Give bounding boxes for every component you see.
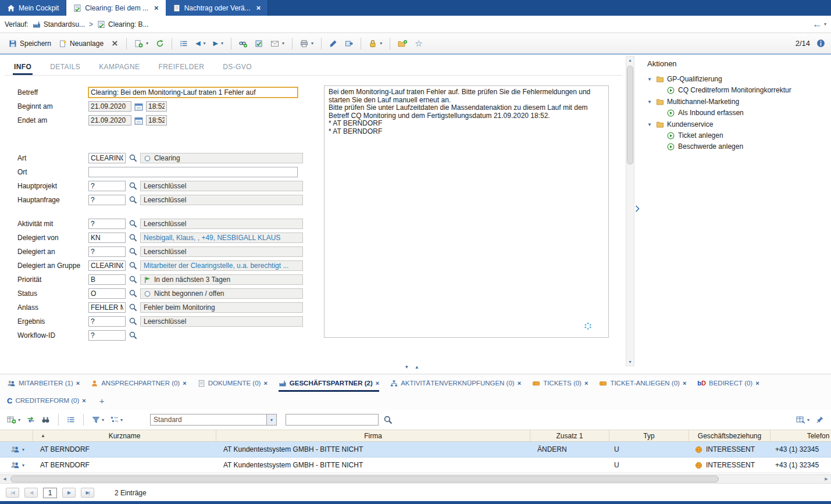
previous-record-button[interactable]: ◀ ▾ [192,38,208,49]
close-tab-icon[interactable]: × [183,380,186,387]
column-header-firma[interactable]: Firma [216,430,530,441]
action-item-cq-creditreform[interactable]: CQ Creditreform Monitoringkorrektur [667,86,831,94]
column-header-zusatz1[interactable]: Zusatz 1 [530,430,609,441]
start-time-input[interactable] [146,101,167,112]
aktivitaet-mit-code-input[interactable] [88,219,126,229]
grid-grouping-button[interactable]: ▾ [109,414,124,425]
magnifier-icon[interactable] [129,289,137,298]
permissions-button[interactable]: ▾ [366,38,385,49]
collapse-triangle-icon[interactable]: ▼ [647,99,653,105]
first-page-button[interactable]: |◀ [6,488,19,498]
list-view-button[interactable] [177,38,191,49]
prioritaet-code-input[interactable] [88,274,126,285]
start-date-input[interactable] [88,101,131,112]
print-button[interactable]: ▾ [297,38,316,49]
grid-search-button[interactable] [40,414,51,425]
next-page-button[interactable]: ▶ [62,488,76,498]
close-tab-icon[interactable]: × [154,3,159,12]
scroll-right-icon[interactable]: ▶ [822,475,831,483]
panel-expander[interactable] [635,204,640,213]
add-dossier-button[interactable] [395,38,410,49]
save-button[interactable]: Speichern [6,38,54,49]
calendar-icon[interactable] [134,102,143,111]
collapse-triangle-icon[interactable]: ▼ [647,122,653,127]
pin-button[interactable] [815,414,825,425]
scroll-down-icon[interactable]: ▼ [626,360,634,364]
close-tab-icon[interactable]: × [755,380,759,387]
magnifier-icon[interactable] [129,182,137,190]
status-code-input[interactable] [88,288,126,299]
scrollbar-thumb[interactable] [10,476,719,482]
horizontal-scrollbar[interactable]: ◀ ▶ [0,474,831,484]
magnifier-icon[interactable] [129,154,137,162]
column-header-telefon[interactable]: Telefon [771,430,831,441]
row-menu-column-header[interactable] [0,430,33,441]
scroll-left-icon[interactable]: ◀ [0,475,9,483]
splitter-controls[interactable]: ▾ ▴ [405,364,418,370]
magnifier-icon[interactable] [129,248,137,256]
ergebnis-code-input[interactable] [88,316,126,327]
tab-geschaeftspartner[interactable]: GESCHÄFTSPARTNER (2) × [279,374,379,392]
magnifier-icon[interactable] [129,262,137,270]
view-select[interactable]: Standard ▾ [150,414,277,426]
hauptanfrage-code-input[interactable] [88,195,126,205]
scrollbar-thumb[interactable] [627,66,633,165]
action-item-ticket-anlegen[interactable]: Ticket anlegen [667,131,831,140]
close-tab-icon[interactable]: × [518,380,521,387]
refresh-button[interactable] [153,38,167,49]
tab-info[interactable]: INFO [13,62,33,75]
add-tab-button[interactable]: + [97,396,107,406]
delegiert-an-gruppe-link[interactable]: Mitarbeiter der Clearingstelle, u.a. ber… [140,260,303,271]
history-item-clearing[interactable]: Clearing: B... [97,20,148,28]
scroll-up-icon[interactable]: ▲ [626,58,634,62]
close-tab-icon[interactable]: × [263,380,267,387]
close-tab-icon[interactable]: × [256,3,261,12]
action-item-beschwerde-anlegen[interactable]: Beschwerde anlegen [667,142,831,151]
magnifier-icon[interactable] [129,317,137,326]
betreff-input[interactable] [88,87,298,98]
magnifier-icon[interactable] [129,303,137,312]
anlass-code-input[interactable] [88,302,126,313]
sign-button[interactable] [326,38,340,49]
delegiert-von-code-input[interactable] [88,233,126,243]
select-dropdown-button[interactable]: ▾ [266,414,276,425]
grid-add-record-button[interactable]: ▾ [6,414,22,425]
column-header-typ[interactable]: Typ [609,430,689,441]
collapse-up-icon[interactable]: ▴ [416,364,419,370]
tab-dsgvo[interactable]: DS-GVO [222,62,253,75]
tab-dokumente[interactable]: DOKUMENTE (0) × [198,374,268,392]
form-scrollbar[interactable]: ▲ ▼ [626,56,634,366]
tab-ansprechpartner[interactable]: ANSPRECHPARTNER (0) × [91,374,186,392]
tab-creditreform[interactable]: C CREDITREFORM (0) × [7,392,86,409]
collapse-triangle-icon[interactable]: ▼ [647,77,653,82]
tab-kampagne[interactable]: KAMPAGNE [98,62,141,75]
action-item-als-inbound[interactable]: Als Inbound erfassen [667,109,831,117]
last-page-button[interactable]: ▶| [81,488,94,498]
note-check-button[interactable] [252,38,266,49]
art-code-input[interactable] [88,153,126,163]
end-date-input[interactable] [88,115,131,126]
notes-field[interactable]: Bei dem Monitoring-Lauf traten Fehler au… [324,85,609,338]
chevron-down-icon[interactable]: ▾ [22,447,24,452]
tab-details[interactable]: DETAILS [49,62,81,75]
grid-search-input[interactable] [286,414,379,426]
row-type-cell[interactable]: ▾ [0,457,33,473]
next-record-button[interactable]: ▶ ▾ [211,38,226,49]
info-button[interactable] [816,39,825,48]
workflow-id-code-input[interactable] [88,330,126,341]
page-number-input[interactable]: 1 [43,488,57,498]
delete-button[interactable] [108,38,122,49]
table-row[interactable]: ▾ AT BERNDORF AT Kundentestsystem GMBH -… [0,457,831,473]
calendar-icon[interactable] [134,116,143,125]
magnifier-icon[interactable] [129,234,137,242]
magnifier-icon[interactable] [129,276,137,284]
grid-filter-button[interactable]: ▾ [91,414,105,425]
prev-page-button[interactable]: ◀ [24,488,38,498]
delegiert-an-gruppe-code-input[interactable] [88,260,126,271]
magnifier-icon[interactable] [129,196,137,204]
end-time-input[interactable] [146,115,167,126]
chevron-down-icon[interactable]: ▾ [22,463,24,468]
window-tab-cockpit[interactable]: Mein Cockpit [0,0,66,16]
email-button[interactable]: ▾ [268,38,287,49]
tab-tickets[interactable]: TICKETS (0) × [532,374,588,392]
